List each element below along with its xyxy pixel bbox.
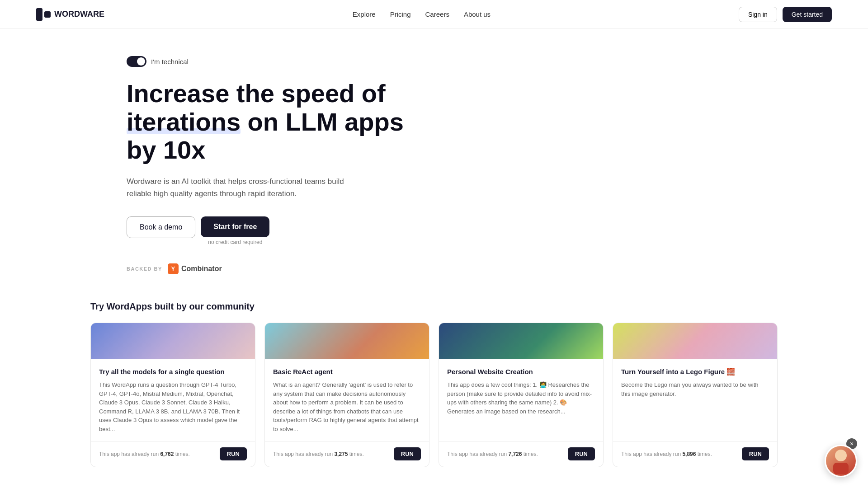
start-free-button[interactable]: Start for free xyxy=(201,216,269,237)
card-4: Turn Yourself into a Lego Figure 🧱 Becom… xyxy=(613,323,778,468)
card-1-image xyxy=(91,323,255,359)
card-3: Personal Website Creation This app does … xyxy=(439,323,604,468)
card-2-desc: What is an agent? Generally 'agent' is u… xyxy=(273,380,421,433)
card-1-title: Try all the models for a single question xyxy=(99,367,247,376)
free-wrapper: Start for free no credit card required xyxy=(201,216,269,245)
navbar: WORDWARE Explore Pricing Careers About u… xyxy=(0,0,868,29)
card-1-run-button[interactable]: RUN xyxy=(220,447,247,460)
card-1-body: Try all the models for a single question… xyxy=(91,359,255,442)
backed-by-row: BACKED BY Y Combinator xyxy=(127,263,416,274)
no-credit-text: no credit card required xyxy=(208,239,262,245)
card-1: Try all the models for a single question… xyxy=(90,323,255,468)
nav-links: Explore Pricing Careers About us xyxy=(353,10,491,19)
community-section: Try WordApps built by our community Try … xyxy=(0,301,868,486)
card-2-count: 3,275 xyxy=(334,451,348,457)
hero-section: I'm technical Increase the speed of iter… xyxy=(90,29,452,274)
card-4-desc: Become the Lego man you always wanted to… xyxy=(621,380,769,433)
card-2-footer: This app has already run 3,275 times. RU… xyxy=(265,441,429,467)
community-title: Try WordApps built by our community xyxy=(90,301,778,312)
nav-explore[interactable]: Explore xyxy=(353,10,376,18)
hero-headline: Increase the speed of iterations on LLM … xyxy=(127,80,416,164)
chat-bubble[interactable] xyxy=(825,445,857,477)
card-2-run-button[interactable]: RUN xyxy=(394,447,421,460)
card-3-desc: This app does a few cool things: 1. 🧑‍💻 … xyxy=(447,380,595,433)
yc-logo[interactable]: Y Combinator xyxy=(168,263,222,274)
toggle-row: I'm technical xyxy=(127,56,416,67)
svg-rect-1 xyxy=(44,11,51,18)
card-3-title: Personal Website Creation xyxy=(447,367,595,376)
card-3-image xyxy=(439,323,603,359)
card-1-desc: This WordApp runs a question through GPT… xyxy=(99,380,247,433)
card-2-image xyxy=(265,323,429,359)
card-3-count: 7,726 xyxy=(508,451,522,457)
card-3-runs: This app has already run 7,726 times. xyxy=(447,451,538,457)
svg-rect-3 xyxy=(833,463,849,474)
yc-badge: Y xyxy=(168,263,179,274)
nav-pricing[interactable]: Pricing xyxy=(390,10,411,18)
card-4-title: Turn Yourself into a Lego Figure 🧱 xyxy=(621,367,769,376)
svg-rect-0 xyxy=(36,8,42,21)
card-4-image xyxy=(613,323,777,359)
toggle-label: I'm technical xyxy=(151,58,189,66)
logo[interactable]: WORDWARE xyxy=(36,8,104,21)
card-2-body: Basic ReAct agent What is an agent? Gene… xyxy=(265,359,429,442)
backed-label: BACKED BY xyxy=(127,266,162,272)
card-2-title: Basic ReAct agent xyxy=(273,367,421,376)
card-3-footer: This app has already run 7,726 times. RU… xyxy=(439,441,603,467)
getstarted-button[interactable]: Get started xyxy=(783,7,832,22)
card-4-count: 5,896 xyxy=(682,451,696,457)
headline-part1: Increase the speed of xyxy=(127,79,386,108)
card-1-runs: This app has already run 6,762 times. xyxy=(99,451,190,457)
nav-about[interactable]: About us xyxy=(464,10,491,18)
card-4-run-button[interactable]: RUN xyxy=(742,447,769,460)
card-4-body: Turn Yourself into a Lego Figure 🧱 Becom… xyxy=(613,359,777,442)
signin-button[interactable]: Sign in xyxy=(739,7,777,22)
nav-careers[interactable]: Careers xyxy=(425,10,449,18)
close-icon: × xyxy=(850,440,854,447)
card-2: Basic ReAct agent What is an agent? Gene… xyxy=(264,323,429,468)
logo-text: WORDWARE xyxy=(54,9,104,19)
card-3-run-button[interactable]: RUN xyxy=(568,447,595,460)
cards-grid: Try all the models for a single question… xyxy=(90,323,778,468)
card-1-footer: This app has already run 6,762 times. RU… xyxy=(91,441,255,467)
yc-name: Combinator xyxy=(181,265,222,273)
card-3-body: Personal Website Creation This app does … xyxy=(439,359,603,442)
technical-toggle[interactable] xyxy=(127,56,146,67)
headline-highlight: iterations xyxy=(127,108,241,136)
book-demo-button[interactable]: Book a demo xyxy=(127,216,195,238)
card-2-runs: This app has already run 3,275 times. xyxy=(273,451,364,457)
nav-actions: Sign in Get started xyxy=(739,7,832,22)
chat-avatar xyxy=(826,446,856,476)
card-1-count: 6,762 xyxy=(160,451,174,457)
hero-description: Wordware is an AI toolkit that helps cro… xyxy=(127,175,362,200)
svg-point-2 xyxy=(835,450,847,461)
card-4-footer: This app has already run 5,896 times. RU… xyxy=(613,441,777,467)
cta-row: Book a demo Start for free no credit car… xyxy=(127,216,416,245)
card-4-runs: This app has already run 5,896 times. xyxy=(621,451,712,457)
